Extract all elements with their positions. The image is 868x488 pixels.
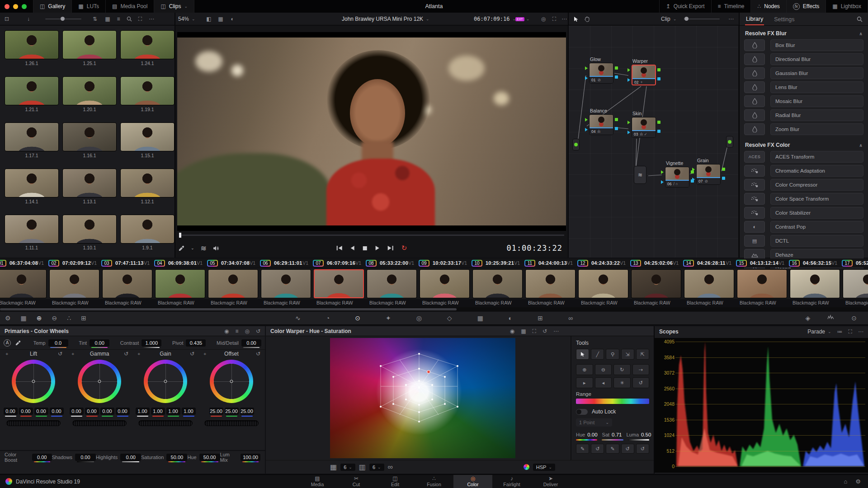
key-input-port[interactable] [585,128,588,131]
timeline-ruler[interactable]: 0106:37:04:08V10207:02:09:12V10307:47:11… [0,258,868,267]
curves-palette-icon[interactable]: ∿ [295,314,301,322]
warper-reset-icon[interactable]: ↺ [542,328,547,334]
node-glow[interactable]: Glow01⊘ [589,63,613,84]
bars-mode-icon[interactable]: ≡ [235,328,238,334]
ruler-cell[interactable]: 1604:56:32:15V1 [789,258,842,267]
rgb-input-port[interactable] [627,121,630,124]
luma-value[interactable]: 0.50 [641,432,651,437]
grid-view-icon[interactable]: ▦ [103,13,112,25]
ruler-cell[interactable]: 0606:29:11:01V1 [260,258,313,267]
library-section-title[interactable]: Resolve FX Color∧ [740,137,868,151]
gamma-master-dial[interactable] [72,420,127,426]
timeline-clip-16[interactable] [790,269,840,298]
library-item[interactable]: ◐Contrast Pop [744,221,863,233]
library-item[interactable]: Mosaic Blur [744,95,863,107]
tab-settings[interactable]: Settings [773,14,795,25]
scope-settings-icon[interactable]: ≔ [837,328,843,335]
lut-grid-icon[interactable]: ⊞ [81,314,86,322]
node-select-tool-icon[interactable] [571,13,580,25]
hue-value[interactable]: 0.00 [587,432,597,437]
ruler-cell[interactable]: 0406:09:38:01V1 [154,258,207,267]
highlights-value[interactable]: 0.00 [120,454,141,461]
sat-value[interactable]: 0.71 [612,432,622,437]
gamma-color-wheel[interactable] [78,360,121,403]
wheel-value[interactable]: 1.00 [182,408,196,415]
layer-mixer-node[interactable]: ≋ [634,166,646,184]
timeline-clip-09[interactable] [420,269,470,298]
key-output-port[interactable] [657,130,660,133]
gain-color-wheel[interactable] [144,360,187,403]
info-icon[interactable]: ⊙ [851,314,857,322]
viewer-video-frame[interactable] [177,32,566,231]
wheel-target-icon[interactable]: ＋ [203,351,207,357]
viewer-clip-title-select[interactable]: John Brawley URSA Mini Pro 12K⌄ [342,13,429,25]
close-window-icon[interactable] [5,4,9,9]
key-output-port[interactable] [722,177,725,180]
offset-color-wheel[interactable] [210,360,253,403]
gallery-still[interactable]: 1.20.1 [62,76,117,112]
project-manager-icon[interactable]: ⌂ [844,478,847,485]
sat-strip[interactable] [602,439,623,441]
rgb-output-port[interactable] [657,68,660,71]
still-thumbnail[interactable] [120,76,175,105]
still-thumbnail[interactable] [62,122,117,151]
key-output-port[interactable] [615,127,618,130]
v-divisions-select[interactable]: 6⌄ [369,464,384,471]
library-item[interactable]: Chromatic Adaptation [744,165,863,177]
tool-select-arrow[interactable] [576,349,589,360]
wheel-target-icon[interactable]: ＋ [71,351,75,357]
gallery-thumb-size-slider[interactable] [45,19,81,19]
timeline-clip-02[interactable] [49,269,99,298]
node-pan-tool-icon[interactable] [582,13,591,25]
wheel-value[interactable]: 0.00 [70,408,84,415]
point-mode-select[interactable]: 1 Point⌄ [576,418,612,427]
library-item[interactable]: Color Space Transform [744,193,863,205]
wheel-target-icon[interactable]: ＋ [5,351,9,357]
viewer-zoom-select[interactable]: 54%⌄ [178,13,195,25]
blur-palette-icon[interactable]: ◐ [509,314,512,322]
h-divisions-select[interactable]: 6⌄ [340,464,355,471]
wheel-reset-icon[interactable]: ↺ [190,351,194,357]
sat-reset-button[interactable]: ↺ [621,444,634,454]
wipe-modes-icon[interactable]: ≋ [201,244,207,253]
page-tab-color[interactable]: ◎Color [453,475,492,488]
timeline-clip-11[interactable] [525,269,576,298]
still-thumbnail[interactable] [120,122,175,151]
collapse-section-icon[interactable]: ∧ [859,31,863,36]
library-item[interactable]: Gaussian Blur [744,67,863,79]
viewer-mode-grid-icon[interactable]: ▦ [216,13,225,25]
key-output-port[interactable] [615,75,618,79]
lift-color-wheel[interactable] [12,360,55,403]
timeline-scrollbar-thumb[interactable] [0,308,457,310]
eyedropper-caret-icon[interactable]: ⌄ [191,246,194,250]
wheel-value[interactable]: 0.00 [34,408,48,415]
tab-library[interactable]: Library [745,13,764,25]
tool-flower[interactable]: ✳ [613,377,631,388]
luma-strip[interactable] [628,439,649,441]
wheel-value[interactable]: 0.00 [19,408,33,415]
zoom-tool-icon[interactable]: ⊖ [52,314,57,322]
ruler-cell[interactable]: 0706:07:09:16V1 [313,258,366,267]
node-graph-panel[interactable]: ≋ Glow01⊘Warper02+Balance04ılıSkin03ılı … [569,26,738,258]
timeline-clip-01[interactable] [0,269,47,298]
ruler-cell[interactable]: 0207:02:09:12V1 [48,258,101,267]
timeline-clip-10[interactable] [472,269,523,298]
hue-strip[interactable] [576,439,597,441]
viewer-mode-single-icon[interactable]: ◧ [204,13,213,25]
timeline-clip-04[interactable] [155,269,205,298]
ruler-cell[interactable]: 1504:13:12:14V1 [736,258,789,267]
page-tab-cut[interactable]: ✂Cut [337,475,376,488]
lum-mix-value[interactable]: 100.00 [241,454,260,461]
wheel-value[interactable]: 0.00 [116,408,130,415]
color-dots-icon[interactable]: ∴ [67,314,71,322]
pivot-value[interactable]: 0.435 [186,339,206,347]
play-button[interactable] [375,245,380,251]
tool-select-lasso[interactable]: ◂ [595,377,612,388]
color-warper-palette-icon[interactable]: ⊙ [355,314,360,322]
key-output-port[interactable] [657,77,660,80]
tool-draw-curve[interactable]: ╱ [591,349,604,360]
still-thumbnail[interactable] [120,215,175,244]
page-tab-deliver[interactable]: ➤Deliver [531,475,570,488]
stop-button[interactable] [363,246,368,251]
timeline-clip-12[interactable] [578,269,628,298]
